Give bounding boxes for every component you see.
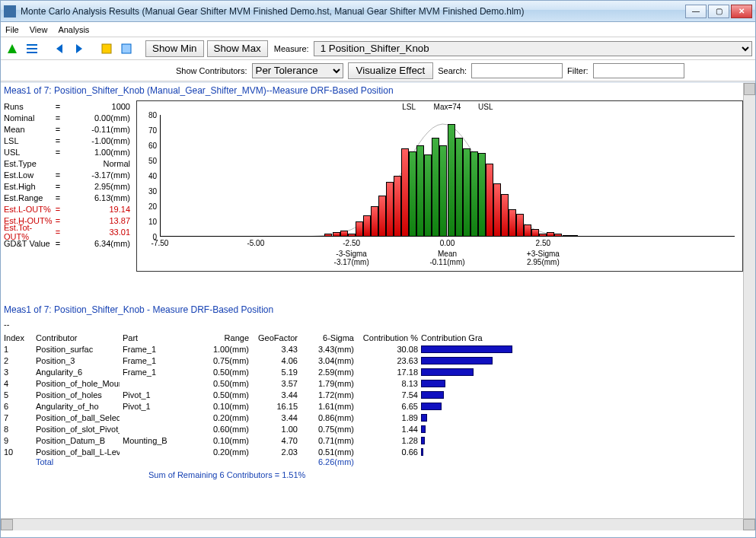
table-row: 5Position_of_holesPivot_10.50(mm)3.441.7… xyxy=(4,389,743,400)
chart-top-label: LSL xyxy=(402,103,416,111)
histogram-bar xyxy=(547,232,554,237)
histogram-bar xyxy=(333,232,340,237)
menubar: File View Analysis xyxy=(1,22,755,37)
chart-top-label: Max=74 xyxy=(434,103,461,111)
titlebar: Monte Carlo Analysis Results (Manual Gea… xyxy=(1,1,755,22)
show-contributors-select[interactable]: Per Tolerance xyxy=(252,63,343,78)
histogram-bar xyxy=(524,224,531,237)
window-title: Monte Carlo Analysis Results (Manual Gea… xyxy=(21,6,685,17)
menu-analysis[interactable]: Analysis xyxy=(58,25,89,34)
stat-row: LSL=-1.00(mm) xyxy=(4,135,133,146)
table-row: 10Position_of_ball_L-Lever_10.20(mm)2.03… xyxy=(4,446,743,457)
column-header: Range xyxy=(199,333,249,342)
section1-header: Meas1 of 7: Position_Shifter_Knob (Manua… xyxy=(4,83,743,100)
histogram-bar xyxy=(424,154,432,237)
scroll-up-icon[interactable] xyxy=(744,83,755,95)
histogram-bar xyxy=(554,234,562,237)
table-row: 6Angularity_of_hoPivot_10.10(mm)16.151.6… xyxy=(4,400,743,412)
histogram-bar xyxy=(501,194,509,237)
histogram-bar xyxy=(401,148,409,237)
histogram-bar xyxy=(563,235,570,237)
histogram-bar xyxy=(356,221,363,237)
stat-row: Est.Low=-3.17(mm) xyxy=(4,169,133,180)
histogram-bar xyxy=(394,176,401,237)
x-tick: 2.50 xyxy=(536,239,550,247)
column-header: 6-Sigma xyxy=(301,333,354,342)
histogram-bar xyxy=(340,231,348,237)
stat-row: Est.Range=6.13(mm) xyxy=(4,192,133,203)
total-label: Total xyxy=(36,457,120,469)
chart-bottom-label: Mean-0.11(mm) xyxy=(429,250,464,266)
list-icon[interactable] xyxy=(24,40,40,57)
y-tick: 80 xyxy=(139,111,157,119)
svg-marker-0 xyxy=(8,44,17,53)
show-min-button[interactable]: Show Min xyxy=(145,40,204,57)
histogram-bar xyxy=(516,214,524,237)
histogram-bar xyxy=(509,209,516,237)
column-header: Part xyxy=(123,333,196,342)
show-contributors-label: Show Contributors: xyxy=(176,66,247,75)
show-max-button[interactable]: Show Max xyxy=(207,40,268,57)
svg-marker-4 xyxy=(56,44,62,53)
svg-rect-1 xyxy=(27,44,37,46)
stat-row: Est.High=2.95(mm) xyxy=(4,180,133,192)
column-header: Contributor xyxy=(36,333,120,342)
app-icon xyxy=(4,5,16,18)
histogram-chart: 01020304050607080 LSLMax=74USL -7.50-5.0… xyxy=(136,100,743,272)
stats-table: Runs=1000Nominal=0.00(mm)Mean=-0.11(mm)L… xyxy=(4,100,133,272)
histogram-bar xyxy=(439,145,447,237)
chart-bottom-label: +3-Sigma2.95(mm) xyxy=(527,250,560,266)
stat-row: USL=1.00(mm) xyxy=(4,146,133,158)
y-tick: 20 xyxy=(139,202,157,211)
histogram-bar xyxy=(448,124,455,237)
histogram-bar xyxy=(378,196,386,237)
minimize-button[interactable]: — xyxy=(685,5,707,18)
x-tick: -7.50 xyxy=(152,239,169,247)
contributors-table: IndexContributorPartRangeGeoFactor6-Sigm… xyxy=(4,332,743,479)
histogram-bar xyxy=(486,164,493,237)
dash: -- xyxy=(4,320,743,329)
histogram-bar xyxy=(570,235,578,237)
histogram-bar xyxy=(416,145,424,237)
svg-rect-7 xyxy=(122,44,131,53)
scroll-left-icon[interactable] xyxy=(1,519,13,530)
menu-file[interactable]: File xyxy=(5,25,19,34)
back-icon[interactable] xyxy=(51,40,68,57)
forward-icon[interactable] xyxy=(71,40,88,57)
measure-select[interactable]: 1 Position_Shifter_Knob xyxy=(314,41,752,56)
report1-icon[interactable] xyxy=(98,40,115,57)
column-header: GeoFactor xyxy=(252,333,298,342)
filter-input[interactable] xyxy=(593,63,684,78)
tree-icon[interactable] xyxy=(4,40,21,57)
y-tick: 70 xyxy=(139,126,157,135)
histogram-bar xyxy=(386,182,394,237)
stat-row: Nominal=0.00(mm) xyxy=(4,112,133,123)
close-button[interactable]: ✕ xyxy=(731,5,752,18)
filter-label: Filter: xyxy=(567,66,589,75)
visualize-effect-button[interactable]: Visualize Effect xyxy=(348,62,434,79)
histogram-bar xyxy=(455,138,463,237)
table-row: 4Position_of_hole_Mounting_B0.50(mm)3.57… xyxy=(4,377,743,389)
table-row: 8Position_of_slot_Pivot_10.60(mm)1.000.7… xyxy=(4,423,743,435)
svg-marker-5 xyxy=(76,44,82,53)
svg-rect-6 xyxy=(102,44,111,53)
svg-rect-3 xyxy=(27,52,37,53)
maximize-button[interactable]: ▢ xyxy=(708,5,729,18)
stat-row: Runs=1000 xyxy=(4,100,133,112)
search-input[interactable] xyxy=(471,63,563,78)
menu-view[interactable]: View xyxy=(30,25,48,34)
x-tick: -5.00 xyxy=(247,239,264,247)
vertical-scrollbar[interactable] xyxy=(743,83,755,530)
chart-bottom-label: -3-Sigma-3.17(mm) xyxy=(334,250,369,266)
stat-row: Est.TypeNormal xyxy=(4,158,133,169)
scroll-right-icon[interactable] xyxy=(743,519,755,530)
toolbar-secondary: Show Contributors: Per Tolerance Visuali… xyxy=(1,60,755,81)
horizontal-scrollbar[interactable] xyxy=(1,518,755,530)
report2-icon[interactable] xyxy=(118,40,135,57)
histogram-bar xyxy=(371,206,378,237)
stat-row: Est.L-OUT%=19.14 xyxy=(4,203,133,215)
x-tick: 0.00 xyxy=(440,239,455,247)
histogram-bar xyxy=(432,138,439,237)
column-header: Contribution Gra xyxy=(421,333,512,342)
stat-row: Mean=-0.11(mm) xyxy=(4,123,133,135)
